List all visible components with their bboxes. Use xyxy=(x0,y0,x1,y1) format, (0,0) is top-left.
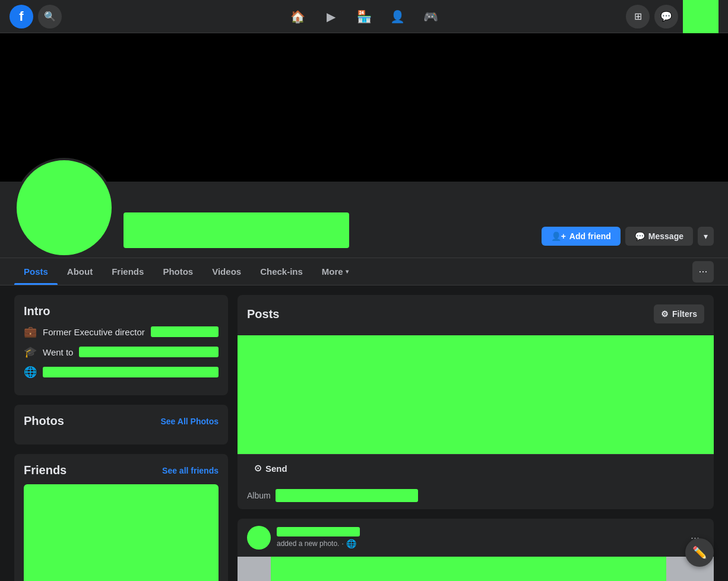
profile-name-placeholder xyxy=(124,212,349,248)
avatar-container xyxy=(14,158,114,258)
message-icon: 💬 xyxy=(635,231,645,241)
tab-more[interactable]: More ▾ xyxy=(312,258,358,285)
tab-checkins-label: Check-ins xyxy=(260,266,303,277)
filters-button[interactable]: ⚙ Filters xyxy=(654,304,704,323)
post2-avatar xyxy=(247,526,271,550)
topnav-center: 🏠 ▶ 🏪 👤 🎮 xyxy=(283,2,445,31)
post-card-2: added a new photo. · 🌐 ··· xyxy=(238,519,714,581)
ellipsis-icon: ··· xyxy=(698,265,707,278)
post2-user-info: added a new photo. · 🌐 xyxy=(277,527,360,548)
nav-gaming-button[interactable]: 🎮 xyxy=(416,2,445,31)
facebook-logo[interactable]: f xyxy=(10,5,33,28)
apps-button[interactable]: ⊞ xyxy=(626,5,650,28)
send-button[interactable]: ⊙ Send xyxy=(247,459,295,477)
post2-dot: · xyxy=(341,539,343,548)
post-1-actions: ⊙ Send xyxy=(238,454,714,482)
tabs-right: ··· xyxy=(692,261,714,282)
tab-photos-label: Photos xyxy=(163,266,193,277)
topnav: f 🔍 🏠 ▶ 🏪 👤 🎮 ⊞ 💬 xyxy=(0,0,728,33)
tab-about[interactable]: About xyxy=(58,258,102,285)
tab-posts-label: Posts xyxy=(24,266,48,277)
main-content: Intro 💼 Former Executive director 🎓 Went… xyxy=(0,285,728,581)
more-actions-button[interactable]: ▾ xyxy=(698,227,714,246)
post2-username-placeholder xyxy=(277,527,360,536)
topnav-left: f 🔍 xyxy=(10,5,62,28)
album-name-placeholder xyxy=(276,489,418,502)
intro-title: Intro xyxy=(24,304,219,318)
add-friend-button[interactable]: 👤+ Add friend xyxy=(542,227,621,246)
tab-friends[interactable]: Friends xyxy=(102,258,153,285)
gaming-icon: 🎮 xyxy=(423,9,438,24)
post-1-image xyxy=(238,335,714,454)
post2-added-text: added a new photo. xyxy=(277,539,339,548)
intro-website-item: 🌐 xyxy=(24,366,219,379)
photos-card-title: Photos xyxy=(24,414,64,428)
post2-side-left xyxy=(238,557,271,581)
compose-fab[interactable]: ✏️ xyxy=(685,538,714,567)
work-icon: 💼 xyxy=(24,325,37,338)
posts-card-header: Posts ⚙ Filters xyxy=(238,295,714,335)
tab-more-label: More xyxy=(322,266,343,277)
post2-main-image xyxy=(271,557,666,581)
right-column: Posts ⚙ Filters ⊙ Send Album xyxy=(238,295,714,581)
home-icon: 🏠 xyxy=(290,9,305,24)
tab-friends-label: Friends xyxy=(112,266,144,277)
intro-website-placeholder xyxy=(43,367,219,377)
posts-title: Posts xyxy=(247,307,279,321)
messenger-button[interactable]: 💬 xyxy=(654,5,678,28)
nav-marketplace-button[interactable]: 🏪 xyxy=(350,2,378,31)
education-icon: 🎓 xyxy=(24,345,37,358)
post-card-1: Posts ⚙ Filters ⊙ Send Album xyxy=(238,295,714,509)
tab-videos[interactable]: Videos xyxy=(202,258,251,285)
send-icon: ⊙ xyxy=(254,463,262,474)
search-button[interactable]: 🔍 xyxy=(38,5,62,28)
intro-job-item: 💼 Former Executive director xyxy=(24,325,219,338)
post2-header: added a new photo. · 🌐 ··· xyxy=(238,519,714,557)
message-label: Message xyxy=(648,231,683,241)
tab-more-chevron-icon: ▾ xyxy=(346,268,349,275)
friends-card-title: Friends xyxy=(24,463,67,477)
see-all-photos-link[interactable]: See All Photos xyxy=(160,417,219,426)
nav-video-button[interactable]: ▶ xyxy=(316,2,345,31)
profile-tabs: Posts About Friends Photos Videos Check-… xyxy=(0,258,728,285)
profile-section: 👤+ Add friend 💬 Message ▾ Posts About Fr… xyxy=(0,182,728,285)
post2-image-area xyxy=(238,557,714,581)
add-friend-icon: 👤+ xyxy=(551,231,566,241)
profile-actions: 👤+ Add friend 💬 Message ▾ xyxy=(542,227,714,258)
compose-icon: ✏️ xyxy=(692,545,707,560)
see-all-friends-link[interactable]: See all friends xyxy=(162,466,219,475)
nav-people-button[interactable]: 👤 xyxy=(383,2,412,31)
video-icon: ▶ xyxy=(327,9,335,24)
intro-education-placeholder xyxy=(79,347,219,357)
tab-posts[interactable]: Posts xyxy=(14,258,58,285)
intro-job-label: Former Executive director xyxy=(43,327,145,337)
message-button[interactable]: 💬 Message xyxy=(625,227,693,246)
topnav-right: ⊞ 💬 xyxy=(626,0,718,33)
tabs-list: Posts About Friends Photos Videos Check-… xyxy=(14,258,358,285)
friends-grid-placeholder xyxy=(24,484,219,581)
post2-meta: added a new photo. · 🌐 xyxy=(277,539,360,548)
chevron-down-icon: ▾ xyxy=(704,231,708,241)
marketplace-icon: 🏪 xyxy=(357,9,372,24)
friends-card-header: Friends See all friends xyxy=(24,463,219,477)
search-icon: 🔍 xyxy=(44,11,56,22)
left-column: Intro 💼 Former Executive director 🎓 Went… xyxy=(14,295,228,581)
avatar xyxy=(14,158,114,258)
nav-home-button[interactable]: 🏠 xyxy=(283,2,312,31)
tab-videos-label: Videos xyxy=(212,266,241,277)
photos-card-header: Photos See All Photos xyxy=(24,414,219,428)
album-label: Album xyxy=(247,491,271,500)
album-row: Album xyxy=(238,482,714,509)
went-to-label: Went to xyxy=(43,347,73,357)
apps-icon: ⊞ xyxy=(634,11,642,22)
intro-job-placeholder xyxy=(151,326,219,337)
tab-about-label: About xyxy=(67,266,93,277)
send-label: Send xyxy=(265,463,287,474)
tab-photos[interactable]: Photos xyxy=(153,258,202,285)
globe-small-icon: 🌐 xyxy=(346,539,356,548)
tab-checkins[interactable]: Check-ins xyxy=(251,258,312,285)
filters-label: Filters xyxy=(672,309,697,319)
intro-education-item: 🎓 Went to xyxy=(24,345,219,358)
posts-header: Posts ⚙ Filters xyxy=(247,304,704,323)
tabs-overflow-button[interactable]: ··· xyxy=(692,261,714,282)
